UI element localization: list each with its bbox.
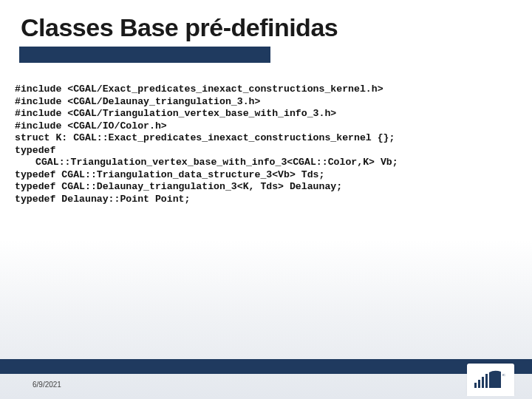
code-line: #include <CGAL/Exact_predicates_inexact_…	[15, 83, 383, 95]
title-area: Classes Base pré-definidas	[0, 0, 532, 63]
svg-text:IC: IC	[502, 373, 505, 377]
code-line: struct K: CGAL::Exact_predicates_inexact…	[15, 132, 395, 143]
footer-date: 6/9/2021	[33, 381, 61, 389]
code-line: typedef Delaunay::Point Point;	[15, 194, 190, 205]
footer: 6/9/2021 IC	[0, 359, 532, 399]
code-line: typedef CGAL::Triangulation_data_structu…	[15, 169, 324, 180]
code-block: #include <CGAL/Exact_predicates_inexact_…	[0, 63, 532, 205]
footer-bar	[0, 359, 532, 374]
code-line: typedef	[15, 145, 55, 156]
footer-logo: IC	[467, 364, 514, 396]
svg-rect-2	[482, 377, 484, 388]
code-line: #include <CGAL/IO/Color.h>	[15, 120, 167, 132]
svg-rect-1	[478, 380, 480, 388]
logo-icon: IC	[472, 367, 509, 392]
code-line-indent: CGAL::Triangulation_vertex_base_with_inf…	[15, 157, 517, 169]
slide-title: Classes Base pré-definidas	[21, 13, 511, 42]
title-underline-bar	[19, 47, 270, 63]
svg-rect-3	[485, 374, 488, 388]
code-line: typedef CGAL::Delaunay_triangulation_3<K…	[15, 181, 342, 192]
slide: Classes Base pré-definidas #include <CGA…	[0, 0, 532, 399]
svg-rect-0	[474, 383, 477, 388]
code-line: #include <CGAL/Triangulation_vertex_base…	[15, 108, 336, 119]
code-line: #include <CGAL/Delaunay_triangulation_3.…	[15, 96, 260, 107]
